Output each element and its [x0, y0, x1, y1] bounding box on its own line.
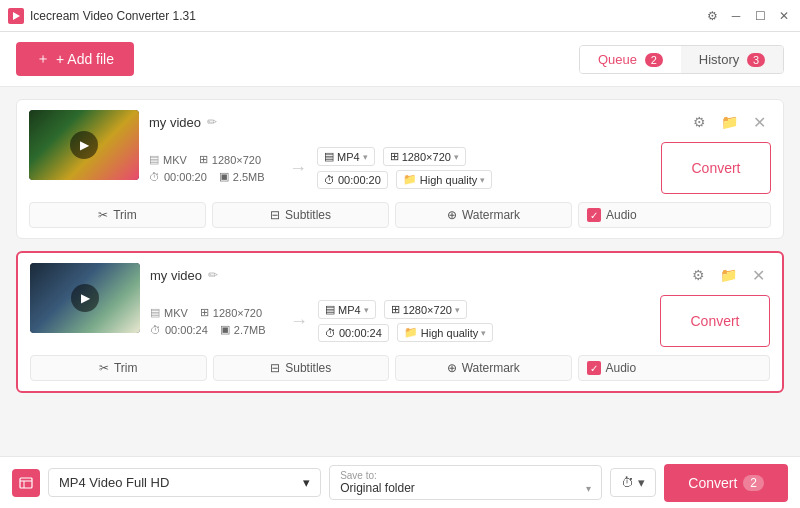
- plus-icon: ＋: [36, 50, 50, 68]
- card-actions-1: ⚙ 📁 ✕: [687, 110, 771, 134]
- watermark-icon-1: ⊕: [447, 208, 457, 222]
- folder-out-icon-1: 📁: [403, 173, 417, 186]
- duration-info-1: ⏱ 00:00:20 ▣ 2.5MB: [149, 170, 279, 183]
- audio-checkbox-1: ✓: [587, 208, 601, 222]
- play-button-2[interactable]: ▶: [71, 284, 99, 312]
- resolution-chevron-1: ▾: [454, 152, 459, 162]
- output-quality-dropdown-1[interactable]: 📁 High quality ▾: [396, 170, 492, 189]
- video-card-2: ▶ my video ✏ ⚙ 📁 ✕: [16, 251, 784, 393]
- separator-2: ⊞: [200, 306, 209, 319]
- footer-convert-button[interactable]: Convert 2: [664, 464, 788, 502]
- watermark-button-1[interactable]: ⊕ Watermark: [395, 202, 572, 228]
- format-info-1: ▤ MKV ⊞ 1280×720: [149, 153, 279, 166]
- output-quality-dropdown-2[interactable]: 📁 High quality ▾: [397, 323, 493, 342]
- footer-chevron-down-icon: ▾: [303, 475, 310, 490]
- film-icon-2: ▤: [325, 303, 335, 316]
- audio-button-1[interactable]: ✓ Audio: [578, 202, 771, 228]
- svg-marker-0: [13, 12, 20, 20]
- title-bar-controls: ⚙ ─ ☐ ✕: [704, 8, 792, 24]
- resolution-icon-1: ⊞: [390, 150, 399, 163]
- footer-convert-badge: 2: [743, 475, 764, 491]
- subtitles-button-1[interactable]: ⊟ Subtitles: [212, 202, 389, 228]
- format-chevron-2: ▾: [364, 305, 369, 315]
- settings-icon[interactable]: ⚙: [704, 8, 720, 24]
- settings-icon-1[interactable]: ⚙: [687, 110, 711, 134]
- remove-button-2[interactable]: ✕: [746, 263, 770, 287]
- meta-right-1: ▤ MP4 ▾ ⊞ 1280×720 ▾: [317, 147, 661, 189]
- subtitles-icon-2: ⊟: [270, 361, 280, 375]
- footer-convert-label: Convert: [688, 475, 737, 491]
- close-button[interactable]: ✕: [776, 8, 792, 24]
- header: ＋ + Add file Queue 2 History 3: [0, 32, 800, 87]
- output-details-row-1: ⏱ 00:00:20 📁 High quality ▾: [317, 170, 661, 189]
- card-title-2: my video ✏: [150, 268, 218, 283]
- format-info-2: ▤ MKV ⊞ 1280×720: [150, 306, 280, 319]
- schedule-button[interactable]: ⏱ ▾: [610, 468, 656, 497]
- footer: MP4 Video Full HD ▾ Save to: Original fo…: [0, 456, 800, 508]
- history-tab[interactable]: History 3: [681, 46, 783, 73]
- maximize-button[interactable]: ☐: [752, 8, 768, 24]
- clock-chevron-icon: ▾: [638, 475, 645, 490]
- clock-icon-2: ⏱: [150, 324, 161, 336]
- watermark-button-2[interactable]: ⊕ Watermark: [395, 355, 572, 381]
- footer-format-dropdown[interactable]: MP4 Video Full HD ▾: [48, 468, 321, 497]
- footer-format-label: MP4 Video Full HD: [59, 475, 169, 490]
- edit-icon-2[interactable]: ✏: [208, 268, 218, 282]
- remove-button-1[interactable]: ✕: [747, 110, 771, 134]
- card-title-row-2: my video ✏ ⚙ 📁 ✕: [150, 263, 770, 287]
- output-duration-2: ⏱ 00:00:24: [318, 324, 389, 342]
- format-icon-1: ▤: [149, 153, 159, 166]
- output-format-dropdown-1[interactable]: ▤ MP4 ▾: [317, 147, 375, 166]
- footer-format-icon: [12, 469, 40, 497]
- arrow-icon-1: →: [289, 158, 307, 179]
- output-details-row-2: ⏱ 00:00:24 📁 High quality ▾: [318, 323, 660, 342]
- edit-icon-1[interactable]: ✏: [207, 115, 217, 129]
- subtitles-button-2[interactable]: ⊟ Subtitles: [213, 355, 390, 381]
- thumbnail-1: ▶: [29, 110, 139, 180]
- card-actions-2: ⚙ 📁 ✕: [686, 263, 770, 287]
- convert-button-2[interactable]: Convert: [660, 295, 770, 347]
- output-duration-1: ⏱ 00:00:20: [317, 171, 388, 189]
- title-bar-text: Icecream Video Converter 1.31: [30, 9, 704, 23]
- title-bar: Icecream Video Converter 1.31 ⚙ ─ ☐ ✕: [0, 0, 800, 32]
- trim-button-1[interactable]: ✂ Trim: [29, 202, 206, 228]
- card-bottom-1: ✂ Trim ⊟ Subtitles ⊕ Watermark ✓ Audio: [29, 202, 771, 228]
- save-to-label: Save to:: [340, 470, 591, 481]
- queue-tab[interactable]: Queue 2: [580, 46, 681, 73]
- folder-out-icon-2: 📁: [404, 326, 418, 339]
- add-file-button[interactable]: ＋ + Add file: [16, 42, 134, 76]
- folder-icon-2[interactable]: 📁: [716, 263, 740, 287]
- quality-chevron-2: ▾: [481, 328, 486, 338]
- folder-icon-1[interactable]: 📁: [717, 110, 741, 134]
- trim-icon-2: ✂: [99, 361, 109, 375]
- format-chevron-1: ▾: [363, 152, 368, 162]
- size-icon-1: ▣: [219, 170, 229, 183]
- film-icon-1: ▤: [324, 150, 334, 163]
- thumbnail-2: ▶: [30, 263, 140, 333]
- footer-save-row: Original folder ▾: [340, 481, 591, 495]
- settings-icon-2[interactable]: ⚙: [686, 263, 710, 287]
- history-badge: 3: [747, 53, 765, 67]
- trim-button-2[interactable]: ✂ Trim: [30, 355, 207, 381]
- duration-icon-out-2: ⏱: [325, 327, 336, 339]
- output-resolution-dropdown-1[interactable]: ⊞ 1280×720 ▾: [383, 147, 466, 166]
- separator-1: ⊞: [199, 153, 208, 166]
- output-format-row-1: ▤ MP4 ▾ ⊞ 1280×720 ▾: [317, 147, 661, 166]
- duration-info-2: ⏱ 00:00:24 ▣ 2.7MB: [150, 323, 280, 336]
- output-format-row-2: ▤ MP4 ▾ ⊞ 1280×720 ▾: [318, 300, 660, 319]
- footer-save-dropdown[interactable]: Save to: Original folder ▾: [329, 465, 602, 500]
- queue-badge: 2: [645, 53, 663, 67]
- card-top-1: ▶ my video ✏ ⚙ 📁 ✕: [29, 110, 771, 194]
- convert-button-1[interactable]: Convert: [661, 142, 771, 194]
- card-meta-1: ▤ MKV ⊞ 1280×720 ⏱ 00:00:20 ▣ 2.5MB →: [149, 142, 771, 194]
- output-resolution-dropdown-2[interactable]: ⊞ 1280×720 ▾: [384, 300, 467, 319]
- app-icon: [8, 8, 24, 24]
- output-format-dropdown-2[interactable]: ▤ MP4 ▾: [318, 300, 376, 319]
- subtitles-icon-1: ⊟: [270, 208, 280, 222]
- watermark-icon-2: ⊕: [447, 361, 457, 375]
- play-button-1[interactable]: ▶: [70, 131, 98, 159]
- card-title-row-1: my video ✏ ⚙ 📁 ✕: [149, 110, 771, 134]
- tab-group: Queue 2 History 3: [579, 45, 784, 74]
- minimize-button[interactable]: ─: [728, 8, 744, 24]
- audio-button-2[interactable]: ✓ Audio: [578, 355, 771, 381]
